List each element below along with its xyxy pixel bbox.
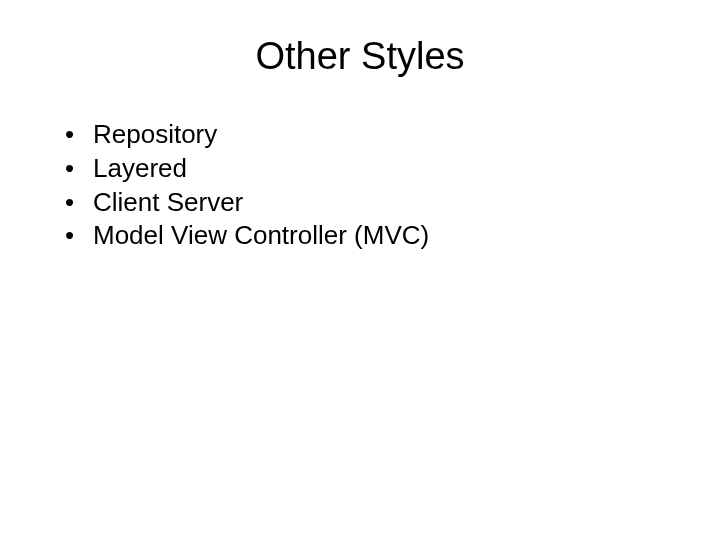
list-item: Client Server <box>65 186 680 220</box>
slide-title: Other Styles <box>40 35 680 78</box>
list-item: Repository <box>65 118 680 152</box>
list-item: Model View Controller (MVC) <box>65 219 680 253</box>
list-item: Layered <box>65 152 680 186</box>
bullet-list: Repository Layered Client Server Model V… <box>40 118 680 253</box>
